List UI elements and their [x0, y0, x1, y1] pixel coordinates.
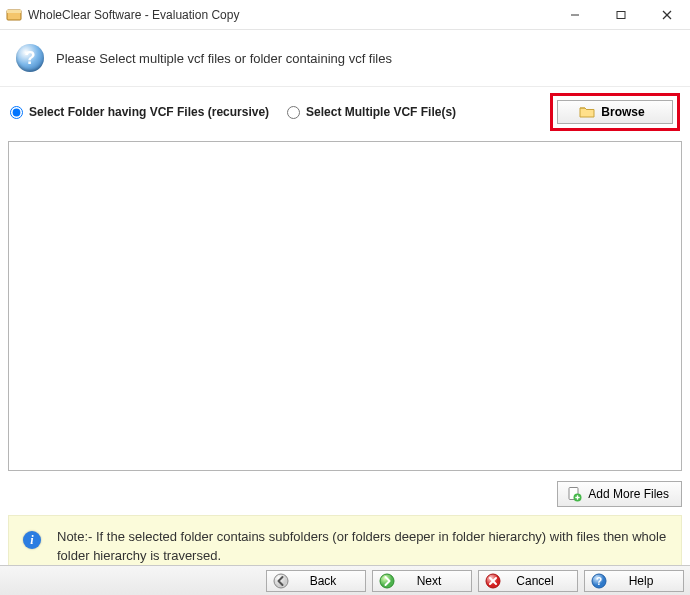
cancel-button[interactable]: Cancel: [478, 570, 578, 592]
folder-icon: [579, 104, 595, 120]
next-button-label: Next: [401, 574, 457, 588]
footer-bar: Back Next Cancel ? Help: [0, 565, 690, 595]
svg-text:?: ?: [596, 576, 602, 587]
svg-rect-1: [7, 10, 21, 13]
help-icon: ?: [591, 573, 607, 589]
maximize-button[interactable]: [598, 0, 644, 30]
window-controls: [552, 0, 690, 29]
back-button-label: Back: [295, 574, 351, 588]
add-more-files-button[interactable]: Add More Files: [557, 481, 682, 507]
cancel-button-label: Cancel: [507, 574, 563, 588]
help-button-label: Help: [613, 574, 669, 588]
app-icon: [6, 7, 22, 23]
radio-select-files-input[interactable]: [287, 106, 300, 119]
help-button[interactable]: ? Help: [584, 570, 684, 592]
minimize-button[interactable]: [552, 0, 598, 30]
radio-select-files-label: Select Multiple VCF File(s): [306, 105, 456, 119]
radio-select-folder[interactable]: Select Folder having VCF Files (recursiv…: [10, 105, 269, 119]
file-list-area[interactable]: [8, 141, 682, 471]
svg-point-10: [274, 574, 288, 588]
below-list-row: Add More Files: [0, 471, 690, 515]
browse-button-label: Browse: [601, 105, 644, 119]
add-page-icon: [566, 486, 582, 502]
close-button[interactable]: [644, 0, 690, 30]
note-text: Note:- If the selected folder contains s…: [57, 528, 667, 566]
question-icon: ?: [16, 44, 44, 72]
radio-select-folder-label: Select Folder having VCF Files (recursiv…: [29, 105, 269, 119]
cancel-icon: [485, 573, 501, 589]
add-more-files-label: Add More Files: [588, 487, 669, 501]
window-title: WholeClear Software - Evaluation Copy: [28, 8, 239, 22]
instruction-bar: ? Please Select multiple vcf files or fo…: [0, 30, 690, 86]
next-button[interactable]: Next: [372, 570, 472, 592]
back-arrow-icon: [273, 573, 289, 589]
svg-rect-3: [617, 12, 625, 19]
instruction-text: Please Select multiple vcf files or fold…: [56, 51, 392, 66]
title-bar: WholeClear Software - Evaluation Copy: [0, 0, 690, 30]
svg-point-11: [380, 574, 394, 588]
browse-highlight-frame: Browse: [550, 93, 680, 131]
next-arrow-icon: [379, 573, 395, 589]
radio-select-folder-input[interactable]: [10, 106, 23, 119]
radio-select-files[interactable]: Select Multiple VCF File(s): [287, 105, 456, 119]
browse-button[interactable]: Browse: [557, 100, 673, 124]
info-icon: i: [23, 531, 41, 549]
options-row: Select Folder having VCF Files (recursiv…: [0, 87, 690, 137]
back-button[interactable]: Back: [266, 570, 366, 592]
